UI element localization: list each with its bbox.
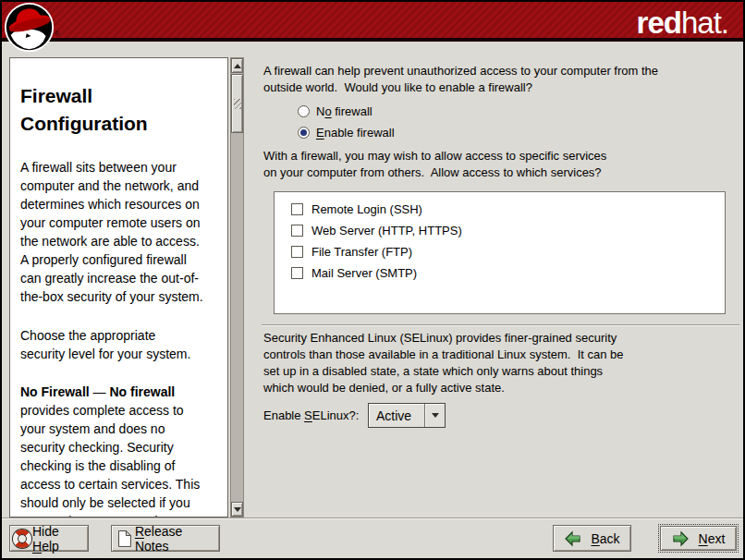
arrow-up-icon xyxy=(234,64,241,68)
wordmark-light: hat xyxy=(681,6,721,40)
service-label: Web Server (HTTP, HTTPS) xyxy=(311,224,462,237)
checkbox-icon[interactable] xyxy=(291,267,303,279)
service-file-transfer-ftp[interactable]: File Transfer (FTP) xyxy=(291,241,725,262)
em-dash: — xyxy=(90,384,110,399)
next-button-focus-ring: Next xyxy=(658,524,739,553)
scroll-up-button[interactable] xyxy=(231,58,243,73)
services-list: Remote Login (SSH) Web Server (HTTP, HTT… xyxy=(274,191,726,314)
help-paragraph-3-lead: No Firewall — No firewall xyxy=(20,383,217,401)
scrollbar-thumb[interactable] xyxy=(231,74,243,133)
radio-button-icon[interactable] xyxy=(298,105,310,117)
back-label: Back xyxy=(591,531,619,546)
shadowman-logo-icon xyxy=(4,2,56,55)
selinux-dropdown[interactable]: Active xyxy=(368,403,446,428)
help-paragraph-1: A firewall sits between your computer an… xyxy=(20,158,217,306)
no-firewall-term-2: No firewall xyxy=(109,384,175,399)
radio-enable-firewall-label: Enable firewall xyxy=(316,126,395,140)
services-question-text: With a firewall, you may wish to allow a… xyxy=(263,148,606,181)
service-label: Remote Login (SSH) xyxy=(311,202,422,216)
back-button[interactable]: Back xyxy=(553,525,631,552)
checkbox-icon[interactable] xyxy=(291,203,303,215)
hide-help-label: Hide Help xyxy=(32,524,88,554)
wordmark-bold: red xyxy=(637,6,681,40)
service-web-server-http[interactable]: Web Server (HTTP, HTTPS) xyxy=(291,220,725,241)
firewall-intro-text: A firewall can help prevent unauthorized… xyxy=(263,63,658,96)
checkbox-icon[interactable] xyxy=(291,225,303,237)
release-notes-label: Release Notes xyxy=(135,524,219,554)
selinux-separator xyxy=(262,324,739,326)
redhat-wordmark: redhat. xyxy=(637,5,728,42)
service-label: Mail Server (SMTP) xyxy=(311,266,417,280)
release-notes-button[interactable]: Release Notes xyxy=(111,525,220,552)
scroll-down-button[interactable] xyxy=(231,502,243,517)
wordmark-period: . xyxy=(721,6,728,40)
help-panel: Firewall Configuration A firewall sits b… xyxy=(9,57,228,517)
document-icon xyxy=(117,530,132,548)
chevron-down-icon xyxy=(425,413,445,418)
header-bar: redhat. xyxy=(2,2,743,42)
next-button[interactable]: Next xyxy=(660,526,737,551)
selinux-dropdown-value: Active xyxy=(369,408,424,423)
registered-trademark: ® xyxy=(55,30,59,37)
checkbox-icon[interactable] xyxy=(291,246,303,258)
radio-no-firewall-label: No firewall xyxy=(316,104,372,118)
lifebuoy-icon xyxy=(13,530,31,548)
radio-enable-firewall[interactable]: Enable firewall xyxy=(298,123,395,141)
enable-selinux-label: Enable SELinux?: xyxy=(263,403,359,428)
selinux-description-text: Security Enhanced Linux (SELinux) provid… xyxy=(263,330,624,396)
help-paragraph-3: No Firewall — No firewall provides compl… xyxy=(20,383,217,517)
hide-help-button[interactable]: Hide Help xyxy=(9,525,89,552)
next-label: Next xyxy=(699,531,726,546)
help-paragraph-3-body: provides complete access to your system … xyxy=(20,401,217,517)
installer-window: redhat. ® Firewall Configuration A firew… xyxy=(0,0,745,560)
no-firewall-term: No Firewall xyxy=(20,384,90,399)
arrow-right-icon xyxy=(672,530,690,547)
arrow-left-icon xyxy=(564,530,581,547)
service-label: File Transfer (FTP) xyxy=(311,245,412,259)
radio-button-selected-icon[interactable] xyxy=(298,127,310,139)
service-remote-login-ssh[interactable]: Remote Login (SSH) xyxy=(291,199,725,220)
footer-separator xyxy=(2,517,743,519)
help-title: Firewall Configuration xyxy=(20,82,187,138)
arrow-down-icon xyxy=(234,507,241,512)
radio-no-firewall[interactable]: No firewall xyxy=(298,102,372,120)
service-mail-server-smtp[interactable]: Mail Server (SMTP) xyxy=(291,262,725,284)
help-paragraph-2: Choose the appropriate security level fo… xyxy=(20,326,217,363)
help-scrollbar[interactable] xyxy=(230,57,244,517)
